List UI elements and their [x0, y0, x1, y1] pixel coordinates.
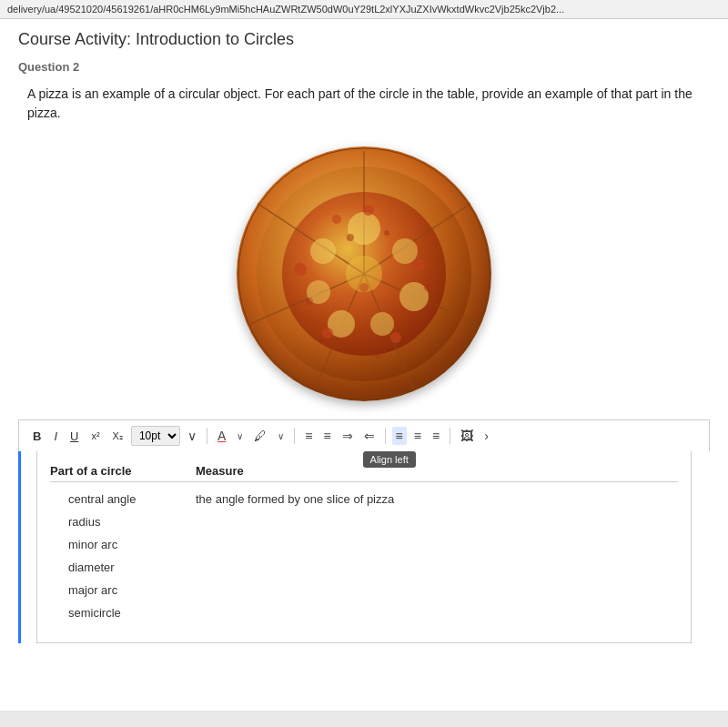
url-text: delivery/ua/49521020/45619261/aHR0cHM6Ly… — [7, 4, 564, 15]
course-title: Course Activity: Introduction to Circles — [0, 19, 728, 56]
row-measure-3 — [196, 560, 678, 574]
svg-point-11 — [370, 312, 394, 336]
align-left-icon[interactable]: ≡ — [392, 427, 407, 445]
pizza-image — [237, 146, 491, 401]
highlight-chevron[interactable]: ∨ — [274, 429, 288, 444]
chevron-down-icon[interactable]: ∨ — [184, 426, 200, 446]
table-row: radius — [50, 510, 678, 533]
page-content: Course Activity: Introduction to Circles… — [0, 19, 728, 711]
unordered-list-icon[interactable]: ≡ — [301, 426, 316, 446]
row-part-3: diameter — [50, 560, 196, 574]
subscript-button[interactable]: X₂ — [108, 428, 127, 445]
table-row: minor arc — [50, 533, 678, 556]
row-part-2: minor arc — [50, 538, 196, 551]
indent-decrease-icon[interactable]: ⇐ — [360, 426, 379, 446]
pizza-svg — [237, 146, 491, 401]
toolbar-separator-4 — [450, 428, 450, 444]
underline-button[interactable]: U — [66, 427, 83, 446]
svg-point-20 — [294, 263, 307, 276]
more-options-icon[interactable]: › — [480, 426, 492, 446]
align-left-tooltip: Align left — [363, 451, 416, 468]
table-row: major arc — [50, 579, 678, 601]
svg-point-16 — [363, 205, 374, 216]
header-part: Part of a circle — [50, 464, 196, 478]
table-row: diameter — [50, 556, 678, 579]
svg-point-9 — [392, 238, 418, 264]
font-size-select[interactable]: 10pt — [131, 426, 180, 446]
font-color-icon[interactable]: A — [214, 426, 229, 446]
svg-point-24 — [384, 230, 389, 236]
svg-point-21 — [332, 215, 341, 224]
url-bar: delivery/ua/49521020/45619261/aHR0cHM6Ly… — [0, 0, 728, 19]
row-measure-4 — [196, 583, 678, 597]
row-measure-5 — [196, 606, 678, 620]
svg-point-26 — [375, 353, 380, 358]
question-label: Question 2 — [0, 56, 728, 77]
svg-point-14 — [310, 238, 336, 264]
table-container: Part of a circle Measure central angle t… — [18, 451, 710, 643]
toolbar-separator-3 — [385, 428, 386, 444]
svg-point-19 — [322, 328, 333, 338]
row-part-0: central angle — [50, 492, 196, 506]
toolbar-separator-1 — [207, 428, 207, 444]
left-accent-bar — [18, 451, 21, 643]
highlight-icon[interactable]: 🖊 — [250, 426, 270, 446]
superscript-button[interactable]: x² — [86, 428, 104, 444]
svg-point-18 — [390, 332, 401, 343]
align-left-container: ≡ Align left — [392, 428, 407, 444]
align-right-icon[interactable]: ≡ — [429, 426, 443, 446]
row-part-5: semicircle — [50, 606, 196, 620]
ordered-list-icon[interactable]: ≡ — [319, 426, 334, 446]
row-measure-0: the angle formed by one slice of pizza — [196, 492, 678, 506]
svg-point-23 — [347, 234, 354, 241]
insert-image-icon[interactable]: 🖼 — [457, 426, 477, 446]
editor-toolbar: B I U x² X₂ 10pt ∨ A ∨ 🖊 ∨ ≡ ≡ ⇒ ⇐ ≡ Ali… — [18, 419, 710, 451]
font-color-chevron[interactable]: ∨ — [233, 429, 247, 444]
svg-point-17 — [412, 258, 425, 271]
svg-point-27 — [306, 298, 313, 305]
svg-point-22 — [359, 283, 369, 292]
table-row: central angle the angle formed by one sl… — [50, 488, 678, 510]
pizza-container — [0, 137, 728, 419]
row-measure-2 — [196, 538, 678, 551]
row-part-4: major arc — [50, 583, 196, 597]
toolbar-separator-2 — [294, 428, 295, 444]
bold-button[interactable]: B — [28, 427, 46, 446]
indent-increase-icon[interactable]: ⇒ — [339, 426, 357, 446]
row-measure-1 — [196, 515, 678, 529]
italic-button[interactable]: I — [49, 427, 62, 446]
align-center-icon[interactable]: ≡ — [410, 426, 425, 446]
header-measure: Measure — [196, 464, 678, 478]
row-part-1: radius — [50, 515, 196, 529]
table-area: Part of a circle Measure central angle t… — [36, 451, 692, 643]
table-row: semicircle — [50, 601, 678, 624]
svg-point-25 — [424, 284, 431, 291]
question-text: A pizza is an example of a circular obje… — [0, 77, 728, 137]
